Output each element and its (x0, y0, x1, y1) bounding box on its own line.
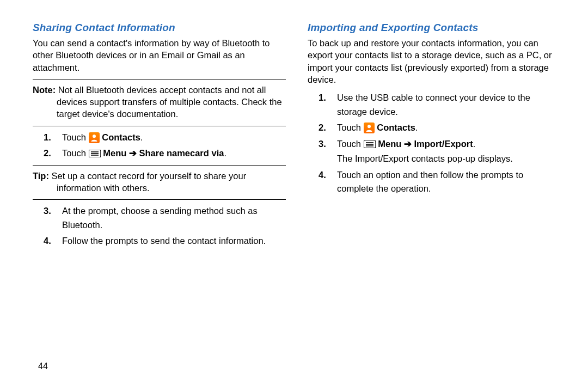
svg-point-0 (93, 134, 96, 138)
divider (33, 165, 286, 166)
right-column: Importing and Exporting Contacts To back… (308, 22, 561, 253)
step-number: 4. (318, 168, 326, 182)
page-number: 44 (38, 362, 48, 371)
menu-icon (364, 140, 376, 148)
step-number: 2. (318, 121, 326, 135)
step-text: Touch (337, 122, 364, 132)
step-item: 4. Follow the prompts to send the contac… (33, 234, 286, 248)
intro-paragraph: To back up and restore your contacts inf… (308, 37, 561, 85)
arrow-icon: ➔ (404, 139, 412, 149)
svg-point-5 (367, 125, 371, 128)
step-item: 2. Touch Contacts. (308, 121, 561, 135)
tip-block: Tip: Set up a contact record for yoursel… (33, 170, 286, 194)
step-subtext: The Import/Export contacts pop-up displa… (337, 152, 561, 166)
step-text: Follow the prompts to send the contact i… (62, 236, 266, 246)
step-number: 4. (44, 234, 51, 248)
menu-icon (89, 150, 101, 157)
steps-list-cont: 3. At the prompt, choose a sending metho… (33, 204, 286, 248)
manual-page: Sharing Contact Information You can send… (0, 0, 588, 264)
step-text: Touch (62, 132, 89, 142)
note-block: Note: Not all Bluetooth devices accept c… (33, 84, 286, 120)
step-item: 3. Touch Menu ➔ Import/Export. The Impor… (308, 137, 561, 166)
import-export-label: Import/Export (412, 139, 473, 149)
contacts-icon (364, 122, 375, 133)
menu-label: Menu (378, 139, 404, 149)
step-item: 1. Use the USB cable to connect your dev… (308, 91, 561, 119)
step-item: 4. Touch an option and then follow the p… (308, 168, 561, 196)
tip-text: Set up a contact record for yourself to … (49, 171, 246, 193)
step-text: Use the USB cable to connect your device… (337, 93, 530, 117)
note-text: Not all Bluetooth devices accept contact… (56, 85, 281, 119)
step-number: 2. (44, 146, 51, 161)
step-text: At the prompt, choose a sending method s… (62, 206, 258, 230)
tip-label: Tip: (33, 171, 49, 181)
step-number: 3. (44, 204, 51, 218)
note-label: Note: (33, 85, 56, 95)
step-item: 1. Touch Contacts. (33, 131, 286, 145)
intro-paragraph: You can send a contact's information by … (33, 37, 286, 74)
menu-label: Menu (103, 148, 129, 158)
step-number: 1. (318, 91, 326, 105)
divider (33, 126, 286, 126)
contacts-label: Contacts (377, 122, 415, 132)
divider (33, 79, 286, 79)
step-number: 1. (44, 131, 51, 145)
contacts-icon (89, 132, 100, 143)
divider (33, 199, 286, 200)
steps-list: 1. Use the USB cable to connect your dev… (308, 91, 561, 196)
step-item: 2. Touch Menu ➔ Share namecard via. (33, 146, 286, 161)
step-text: Touch an option and then follow the prom… (337, 170, 523, 194)
section-heading-sharing: Sharing Contact Information (33, 22, 286, 34)
share-label: Share namecard via (137, 148, 224, 158)
section-heading-importing: Importing and Exporting Contacts (308, 22, 561, 34)
arrow-icon: ➔ (129, 148, 137, 158)
step-item: 3. At the prompt, choose a sending metho… (33, 204, 286, 232)
step-text: Touch (337, 139, 364, 149)
step-text: Touch (62, 148, 89, 158)
contacts-label: Contacts (102, 132, 140, 142)
steps-list: 1. Touch Contacts. 2. Touch Menu ➔ Share… (33, 131, 286, 161)
step-number: 3. (318, 137, 326, 151)
left-column: Sharing Contact Information You can send… (33, 22, 286, 253)
